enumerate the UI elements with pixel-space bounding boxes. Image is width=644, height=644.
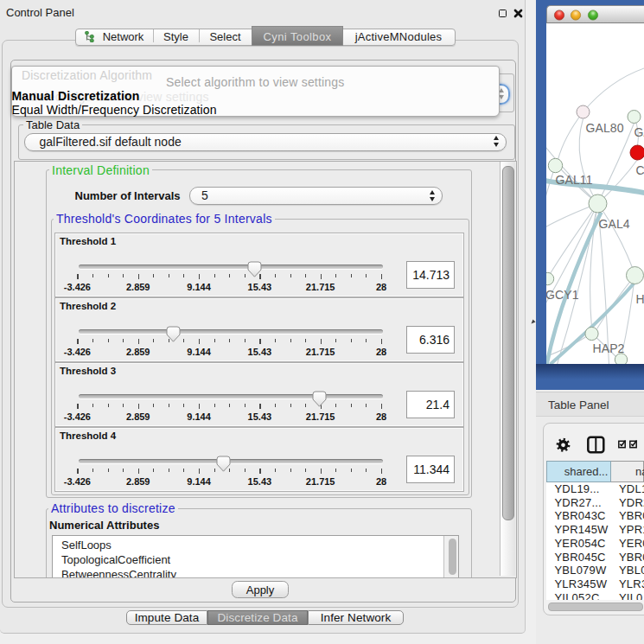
svg-text:GA: GA bbox=[634, 124, 644, 138]
svg-text:GAL80: GAL80 bbox=[585, 120, 623, 134]
svg-text:C: C bbox=[635, 163, 644, 176]
svg-text:H: H bbox=[635, 291, 644, 305]
svg-text:GAL4: GAL4 bbox=[598, 216, 629, 230]
svg-text:GAL11: GAL11 bbox=[555, 172, 592, 186]
svg-text:GCY1: GCY1 bbox=[546, 287, 579, 301]
svg-text:HAP2: HAP2 bbox=[592, 341, 624, 354]
